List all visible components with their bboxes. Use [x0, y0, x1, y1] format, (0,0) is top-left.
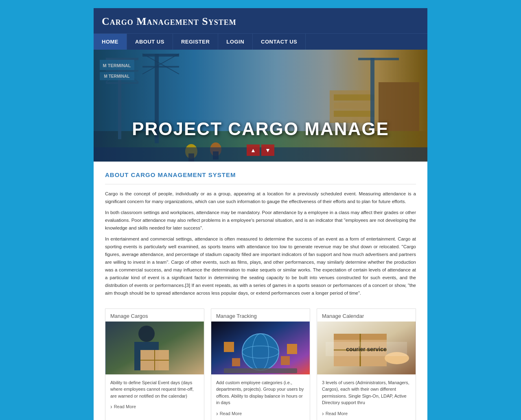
svg-rect-42 — [232, 358, 240, 366]
svg-rect-44 — [224, 368, 297, 373]
carousel-prev-button[interactable]: ▲ — [247, 144, 260, 156]
cards-row: Manage Cargos — [105, 308, 416, 420]
svg-point-31 — [138, 326, 155, 342]
svg-text:courier service: courier service — [346, 346, 387, 352]
card-2-read-more[interactable]: Read More — [216, 410, 305, 417]
about-paragraph-1: Cargo is the concept of people, individu… — [105, 190, 416, 206]
card-manage-cargos: Manage Cargos — [105, 308, 204, 420]
nav-item-about[interactable]: ABOUT US — [127, 34, 173, 50]
site-title: Cargo Management System — [102, 15, 419, 28]
card-3-read-more[interactable]: Read More — [322, 410, 411, 417]
nav-item-home[interactable]: HOME — [94, 34, 127, 50]
card-1-description: Ability to define Special Event days (da… — [110, 379, 199, 400]
site-nav: HOME ABOUT US REGISTER LOGIN CONTACT US — [94, 33, 427, 50]
card-2-description: Add custom employee categories (i.e., de… — [216, 379, 305, 406]
carousel-controls: ▲ ▼ — [247, 144, 274, 156]
hero-banner: M TERMINAL M TERMINAL — [94, 50, 427, 162]
site-header: Cargo Management System — [94, 8, 427, 33]
card-manage-calendar: Manage Calendar — [317, 308, 416, 420]
card-3-description: 3 levels of users (Administrators, Manag… — [322, 379, 411, 406]
main-content: ABOUT CARGO MANAGEMENT SYSTEM Cargo is t… — [94, 162, 427, 420]
card-1-read-more[interactable]: Read More — [110, 403, 199, 410]
nav-item-contact[interactable]: CONTACT US — [253, 34, 306, 50]
card-2-body: Add custom employee categories (i.e., de… — [211, 374, 310, 420]
card-3-body: 3 levels of users (Administrators, Manag… — [317, 374, 416, 420]
svg-rect-43 — [281, 356, 290, 365]
card-3-image: courier service — [317, 322, 416, 374]
svg-point-37 — [242, 334, 279, 370]
about-paragraph-3: In entertainment and commercial settings… — [105, 235, 416, 297]
card-1-image — [105, 322, 204, 374]
svg-rect-40 — [224, 342, 234, 352]
nav-item-register[interactable]: REGISTER — [173, 34, 218, 50]
nav-item-login[interactable]: LOGIN — [218, 34, 253, 50]
site-wrapper: Cargo Management System HOME ABOUT US RE… — [94, 8, 427, 420]
card-3-title: Manage Calendar — [317, 309, 416, 322]
about-paragraph-2: In both classroom settings and workplace… — [105, 209, 416, 232]
card-1-title: Manage Cargos — [105, 309, 204, 322]
svg-rect-41 — [287, 344, 297, 354]
carousel-next-button[interactable]: ▼ — [261, 144, 274, 156]
card-manage-tracking: Manage Tracking — [211, 308, 310, 420]
card-1-body: Ability to define Special Event days (da… — [105, 374, 204, 415]
card-2-image — [211, 322, 310, 374]
hero-text: PROJECT CARGO MANAGE — [94, 119, 427, 139]
section-divider — [105, 184, 416, 184]
card-2-title: Manage Tracking — [211, 309, 310, 322]
about-section-title: ABOUT CARGO MANAGEMENT SYSTEM — [105, 171, 416, 178]
